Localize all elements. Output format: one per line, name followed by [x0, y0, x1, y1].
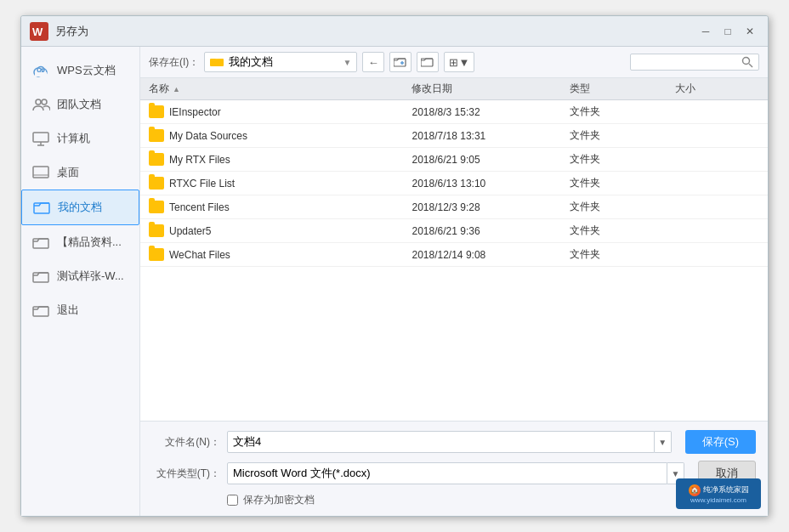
- my-docs-icon: [32, 198, 51, 217]
- file-date: 2018/7/18 13:31: [412, 130, 570, 142]
- sidebar-item-favorites1[interactable]: 【精品资料...: [21, 225, 139, 259]
- svg-rect-22: [421, 59, 433, 66]
- table-row[interactable]: Updater5 2018/6/21 9:36 文件夹: [140, 219, 768, 243]
- svg-rect-15: [33, 239, 48, 248]
- file-name: My Data Sources: [169, 130, 247, 142]
- favorites2-label: 测试样张-W...: [57, 269, 124, 284]
- encrypt-checkbox[interactable]: [227, 495, 238, 506]
- file-name: My RTX Files: [169, 154, 230, 166]
- nav-back-button[interactable]: ←: [362, 52, 384, 72]
- file-type: 文件夹: [570, 224, 675, 238]
- bottom-area: 文件名(N)： ▼ 保存(S) 文件类型(T)： ▼ 取消: [140, 421, 768, 516]
- folder-up-icon: [421, 56, 434, 68]
- table-row[interactable]: My Data Sources 2018/7/18 13:31 文件夹: [140, 124, 768, 148]
- folder-icon-2: [31, 267, 50, 286]
- location-text: 我的文档: [229, 54, 273, 70]
- col-header-type[interactable]: 类型: [570, 82, 675, 96]
- col-header-date[interactable]: 修改日期: [412, 82, 570, 96]
- team-icon: [31, 95, 50, 114]
- svg-rect-9: [33, 133, 48, 142]
- svg-rect-5: [35, 72, 47, 76]
- cloud-icon: [31, 61, 50, 80]
- table-row[interactable]: IEInspector 2018/8/3 15:32 文件夹: [140, 100, 768, 124]
- sidebar-item-team-docs[interactable]: 团队文档: [21, 88, 139, 122]
- folder-icon-1: [31, 233, 50, 252]
- file-list: IEInspector 2018/8/3 15:32 文件夹 My Data S…: [140, 100, 768, 421]
- sidebar-item-desktop[interactable]: 桌面: [21, 156, 139, 190]
- my-docs-label: 我的文档: [58, 200, 102, 215]
- location-dropdown[interactable]: 我的文档 ▼: [204, 52, 357, 72]
- filename-input[interactable]: [227, 431, 655, 453]
- file-name: RTXC File List: [169, 178, 235, 190]
- computer-label: 计算机: [57, 131, 90, 146]
- view-toggle-button[interactable]: ⊞▼: [444, 52, 474, 72]
- folder-icon: [149, 177, 164, 190]
- toolbar: 保存在(I)： 我的文档 ▼ ←: [140, 47, 768, 78]
- table-row[interactable]: WeChat Files 2018/12/14 9:08 文件夹: [140, 243, 768, 267]
- filetype-row: 文件类型(T)： ▼ 取消: [152, 461, 756, 486]
- file-name: IEInspector: [169, 106, 221, 118]
- file-type: 文件夹: [570, 200, 675, 214]
- filename-label: 文件名(N)：: [152, 435, 220, 450]
- file-type: 文件夹: [570, 176, 675, 190]
- watermark-top: 🏠 纯净系统家园: [689, 484, 749, 496]
- col-header-name[interactable]: 名称 ▲: [149, 82, 412, 96]
- file-type: 文件夹: [570, 105, 675, 119]
- filetype-input[interactable]: [227, 462, 667, 484]
- sidebar: WPS云文档 团队文档: [21, 47, 140, 516]
- table-row[interactable]: My RTX Files 2018/6/21 9:05 文件夹: [140, 148, 768, 172]
- maximize-button[interactable]: □: [718, 23, 737, 40]
- svg-rect-16: [33, 273, 48, 282]
- window-controls: ─ □ ✕: [696, 23, 759, 40]
- encrypt-row: 保存为加密文档: [152, 493, 756, 507]
- col-header-size[interactable]: 大小: [675, 82, 759, 96]
- sidebar-item-computer[interactable]: 计算机: [21, 122, 139, 156]
- desktop-label: 桌面: [57, 165, 79, 180]
- new-folder-button2[interactable]: [417, 52, 439, 72]
- table-row[interactable]: Tencent Files 2018/12/3 9:28 文件夹: [140, 195, 768, 219]
- table-row[interactable]: RTXC File List 2018/6/13 13:10 文件夹: [140, 172, 768, 195]
- svg-point-8: [42, 99, 47, 105]
- desktop-icon: [31, 163, 50, 182]
- main-content: WPS云文档 团队文档: [21, 47, 768, 516]
- filetype-label: 文件类型(T)：: [152, 467, 220, 481]
- close-button[interactable]: ✕: [741, 23, 759, 40]
- wps-logo: W: [30, 22, 48, 41]
- file-type: 文件夹: [570, 247, 675, 262]
- file-name: WeChat Files: [169, 249, 230, 261]
- sidebar-item-wps-cloud[interactable]: WPS云文档: [21, 54, 139, 88]
- sidebar-item-favorites2[interactable]: 测试样张-W...: [21, 259, 139, 293]
- svg-point-23: [743, 58, 750, 65]
- file-date: 2018/8/3 15:32: [412, 106, 570, 118]
- filename-dropdown-button[interactable]: ▼: [655, 431, 672, 453]
- new-folder-icon: [394, 56, 407, 68]
- team-docs-label: 团队文档: [57, 97, 101, 112]
- new-folder-button[interactable]: [389, 52, 412, 72]
- filename-input-group: ▼: [227, 431, 672, 453]
- file-date: 2018/12/3 9:28: [412, 201, 570, 213]
- file-type: 文件夹: [570, 128, 675, 143]
- file-date: 2018/12/14 9:08: [412, 249, 570, 261]
- folder-icon: [149, 105, 164, 118]
- sort-arrow: ▲: [173, 85, 180, 93]
- watermark: 🏠 纯净系统家园 www.yidaimei.com: [676, 478, 761, 509]
- title-bar: W 另存为 ─ □ ✕: [21, 16, 768, 47]
- filename-row: 文件名(N)： ▼ 保存(S): [152, 430, 756, 454]
- sidebar-item-my-docs[interactable]: 我的文档: [21, 190, 139, 225]
- svg-rect-14: [34, 203, 49, 213]
- search-input[interactable]: [636, 56, 738, 68]
- encrypt-label: 保存为加密文档: [243, 493, 315, 507]
- sidebar-item-back[interactable]: 退出: [21, 293, 139, 327]
- file-list-header: 名称 ▲ 修改日期 类型 大小: [140, 78, 768, 100]
- file-date: 2018/6/13 13:10: [412, 178, 570, 190]
- dropdown-arrow: ▼: [343, 58, 351, 67]
- save-button[interactable]: 保存(S): [685, 430, 756, 454]
- folder-icon: [149, 248, 164, 261]
- svg-rect-18: [210, 59, 224, 66]
- file-name: Updater5: [169, 225, 211, 237]
- minimize-button[interactable]: ─: [696, 23, 715, 40]
- back-icon: [31, 301, 50, 320]
- folder-icon-dropdown: [210, 56, 224, 68]
- favorites1-label: 【精品资料...: [57, 235, 122, 250]
- search-icon: [741, 56, 753, 68]
